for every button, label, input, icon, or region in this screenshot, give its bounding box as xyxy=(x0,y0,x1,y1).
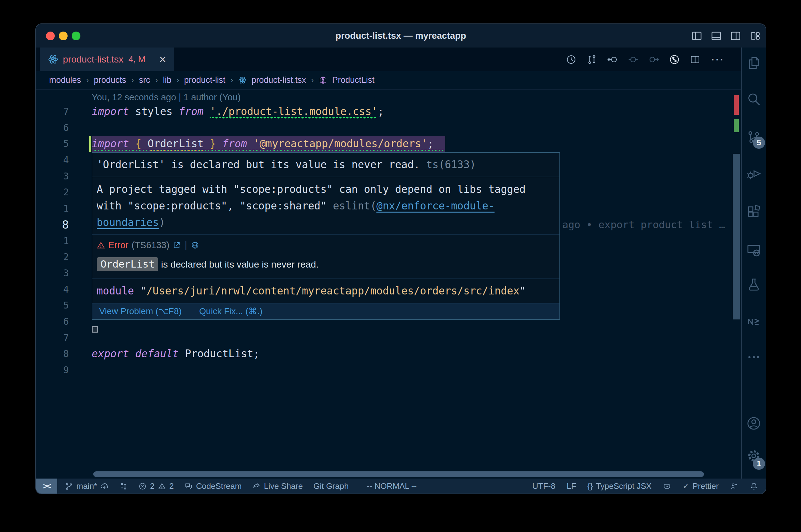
remote-explorer-icon[interactable] xyxy=(747,243,761,258)
code-line-export-default[interactable]: export default ProductList; xyxy=(92,346,259,362)
breadcrumb-separator: › xyxy=(177,75,179,85)
error-code: (TS6133) xyxy=(131,239,169,251)
horizontal-scrollbar[interactable] xyxy=(93,471,704,477)
breadcrumb-item[interactable]: products xyxy=(94,75,126,85)
ts-error-code: ts(6133) xyxy=(426,158,476,171)
react-icon xyxy=(238,76,247,84)
git-graph-item[interactable]: Git Graph xyxy=(313,481,349,491)
run-debug-icon[interactable] xyxy=(747,166,761,181)
breadcrumb-item[interactable]: product-list xyxy=(184,75,225,85)
scm-badge: 5 xyxy=(753,137,765,149)
prettier-label: Prettier xyxy=(692,481,719,491)
string-token: '@myreactapp/modules/orders' xyxy=(253,137,427,150)
vscode-window: product-list.tsx — myreactapp xyxy=(35,23,766,494)
error-count: 2 xyxy=(150,481,154,491)
error-hover-tooltip: 'OrderList' is declared but its value is… xyxy=(92,152,560,320)
view-problem-link[interactable]: View Problem (⌥F8) xyxy=(99,306,182,317)
line-number: 2 xyxy=(36,184,72,201)
activity-bar: 5 1 xyxy=(741,48,766,478)
quick-fix-link[interactable]: Quick Fix... (⌘.) xyxy=(199,306,262,317)
nx-console-icon[interactable] xyxy=(747,314,761,329)
error-label: Error xyxy=(108,239,128,251)
keyword-token: import xyxy=(92,137,129,150)
tooltip-module-path: module "/Users/juri/nrwl/content/myreact… xyxy=(92,279,560,304)
error-header-row: Error (TS6133) | xyxy=(97,239,555,252)
scrollbar-slider[interactable] xyxy=(733,154,740,320)
live-share-item[interactable]: Live Share xyxy=(252,481,303,491)
lint-squiggle xyxy=(210,117,377,119)
timeline-icon[interactable] xyxy=(566,54,576,65)
gitlens-status-item[interactable] xyxy=(119,482,128,490)
next-change-icon[interactable] xyxy=(649,54,659,65)
branch-item[interactable]: main* xyxy=(65,481,109,491)
string-token: './product-list.module.css' xyxy=(210,105,378,117)
vertical-scrollbar[interactable] xyxy=(733,90,740,478)
line-number: 8 xyxy=(36,346,72,362)
line-number: 7 xyxy=(36,103,72,120)
language-mode-item[interactable]: {} TypeScript JSX xyxy=(587,481,652,491)
compare-changes-icon[interactable] xyxy=(587,54,597,65)
feedback-person-icon xyxy=(730,482,739,490)
open-external-icon[interactable] xyxy=(172,241,181,249)
warning-triangle-icon xyxy=(158,482,166,490)
testing-icon[interactable] xyxy=(747,277,761,292)
breadcrumb-item[interactable]: lib xyxy=(163,75,171,85)
live-share-icon xyxy=(252,482,261,490)
tab-product-list[interactable]: product-list.tsx 4, M × xyxy=(40,48,174,71)
notifications-item[interactable] xyxy=(750,482,758,490)
extensions-icon[interactable] xyxy=(747,205,761,219)
module-path-text: /Users/juri/nrwl/content/myreactapp/modu… xyxy=(146,285,520,297)
breadcrumb-file[interactable]: product-list.tsx xyxy=(252,75,306,85)
settings-badge: 1 xyxy=(753,458,765,470)
overview-modified-marker xyxy=(734,119,739,132)
tooltip-resize-grip[interactable] xyxy=(92,326,98,332)
eol-item[interactable]: LF xyxy=(567,481,576,491)
module-keyword: module xyxy=(97,285,140,297)
keyword-token: import xyxy=(92,105,129,117)
toggle-secondary-sidebar-icon[interactable] xyxy=(730,30,741,42)
explorer-icon[interactable] xyxy=(747,56,761,70)
breadcrumb-symbol[interactable]: ProductList xyxy=(332,75,375,85)
globe-icon[interactable] xyxy=(191,241,199,249)
eslint-prefix: eslint( xyxy=(333,200,377,212)
close-tab-icon[interactable]: × xyxy=(159,55,166,64)
encoding-item[interactable]: UTF-8 xyxy=(532,481,556,491)
vim-mode-item[interactable]: -- NORMAL -- xyxy=(367,481,416,491)
status-left: main* 2 2 xyxy=(57,481,417,491)
change-marker-icon[interactable] xyxy=(628,54,638,65)
status-bar: >< main* 2 xyxy=(36,478,766,494)
toggle-panel-icon[interactable] xyxy=(711,30,722,42)
language-label: TypeScript JSX xyxy=(596,481,652,491)
error-circle-icon xyxy=(138,482,147,490)
copilot-icon xyxy=(663,482,671,490)
code-editor[interactable]: 7 6 5 4 3 2 1 8 1 2 3 4 5 6 7 8 9 xyxy=(36,90,741,478)
codestream-item[interactable]: CodeStream xyxy=(184,481,241,491)
more-actions-icon[interactable]: ⋯ xyxy=(711,56,724,62)
main-area: product-list.tsx 4, M × xyxy=(36,48,766,478)
breadcrumb-item[interactable]: src xyxy=(139,75,150,85)
more-views-icon[interactable] xyxy=(747,350,761,364)
remote-indicator[interactable]: >< xyxy=(36,478,57,494)
feedback-item[interactable] xyxy=(730,482,739,490)
split-editor-icon[interactable] xyxy=(690,54,700,65)
plain-token xyxy=(179,347,185,360)
account-icon[interactable] xyxy=(747,416,761,431)
react-icon xyxy=(48,54,58,65)
live-share-label: Live Share xyxy=(264,481,303,491)
previous-change-icon[interactable] xyxy=(607,54,618,65)
search-icon[interactable] xyxy=(747,92,761,107)
scm-graph-icon[interactable] xyxy=(669,54,679,65)
identifier-token: styles xyxy=(129,105,179,117)
breadcrumb-item[interactable]: modules xyxy=(49,75,81,85)
toggle-primary-sidebar-icon[interactable] xyxy=(691,30,703,42)
problems-item[interactable]: 2 2 xyxy=(138,481,174,491)
keyword-token: export xyxy=(92,347,129,360)
breadcrumb-separator: › xyxy=(311,75,314,85)
copilot-item[interactable] xyxy=(663,482,671,490)
line-number: 5 xyxy=(36,297,72,314)
customize-layout-icon[interactable] xyxy=(749,30,761,42)
git-branch-icon xyxy=(65,482,73,490)
prettier-item[interactable]: ✓ Prettier xyxy=(682,481,719,491)
tab-problems-badge: 4, M xyxy=(128,54,145,64)
line-number: 6 xyxy=(36,120,72,136)
